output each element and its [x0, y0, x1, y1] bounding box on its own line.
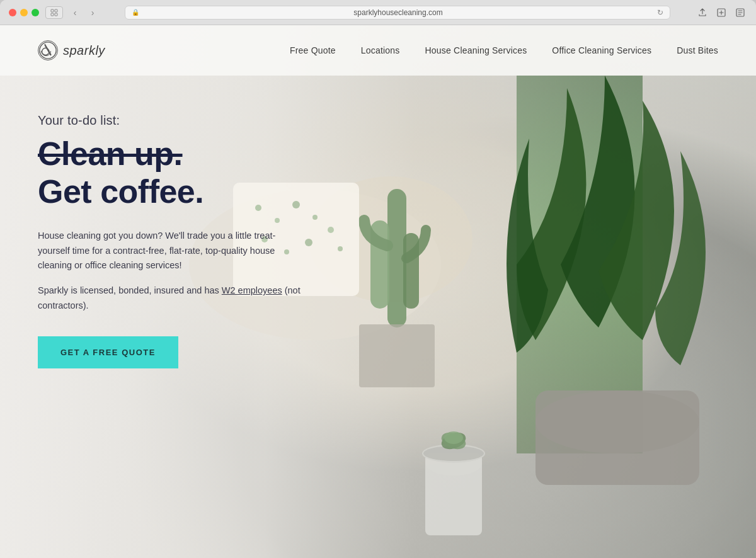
lock-icon: 🔒 [132, 9, 139, 16]
maximize-button[interactable] [32, 9, 39, 16]
svg-point-31 [40, 42, 56, 59]
hero-section: Your to-do list: Clean up. Get coffee. H… [0, 76, 346, 368]
svg-point-33 [42, 48, 49, 55]
refresh-button[interactable]: ↻ [657, 8, 663, 17]
new-tab-button[interactable] [714, 6, 728, 20]
nav-free-quote[interactable]: Free Quote [290, 45, 336, 55]
website-content: sparkly Free Quote Locations House Clean… [0, 25, 756, 558]
hero-description-w2: W2 employees [222, 285, 282, 295]
address-bar[interactable]: 🔒 sparklyhousecleaning.com ↻ [125, 6, 670, 20]
share-button[interactable] [696, 6, 709, 20]
nav-links: Free Quote Locations House Cleaning Serv… [290, 45, 718, 55]
svg-line-32 [45, 45, 50, 55]
logo-text: sparkly [63, 43, 105, 58]
forward-button[interactable]: › [86, 6, 100, 20]
window-grid-button[interactable] [45, 6, 63, 19]
minimize-button[interactable] [20, 9, 28, 16]
hero-headline-container: Clean up. Get coffee. [38, 135, 309, 211]
svg-rect-3 [55, 13, 57, 16]
hero-tagline: Your to-do list: [38, 113, 309, 128]
svg-rect-1 [55, 9, 57, 12]
window-controls [45, 6, 63, 19]
cta-free-quote-button[interactable]: GET A FREE QUOTE [38, 336, 178, 368]
hero-description-2-text1: Sparkly is licensed, bonded, insured and… [38, 285, 222, 295]
hero-headline-strikethrough: Clean up. [38, 135, 309, 173]
browser-actions [696, 6, 747, 20]
nav-office-cleaning[interactable]: Office Cleaning Services [552, 45, 651, 55]
logo[interactable]: sparkly [38, 40, 105, 60]
nav-dust-bites[interactable]: Dust Bites [677, 45, 718, 55]
url-text: sparklyhousecleaning.com [143, 8, 653, 17]
hero-description-2: Sparkly is licensed, bonded, insured and… [38, 283, 302, 314]
svg-rect-0 [51, 9, 54, 12]
close-button[interactable] [9, 9, 16, 16]
hero-headline-main: Get coffee. [38, 173, 309, 211]
nav-locations[interactable]: Locations [361, 45, 400, 55]
hero-description-1: House cleaning got you down? We'll trade… [38, 229, 302, 274]
traffic-lights [9, 9, 39, 16]
svg-rect-2 [51, 13, 54, 16]
reading-list-button[interactable] [733, 6, 747, 20]
nav-house-cleaning[interactable]: House Cleaning Services [425, 45, 527, 55]
back-button[interactable]: ‹ [68, 6, 82, 20]
navbar: sparkly Free Quote Locations House Clean… [0, 25, 756, 76]
logo-icon [38, 40, 58, 60]
browser-chrome: ‹ › 🔒 sparklyhousecleaning.com ↻ [0, 0, 756, 25]
browser-titlebar: ‹ › 🔒 sparklyhousecleaning.com ↻ [0, 0, 756, 25]
browser-nav: ‹ › [68, 6, 100, 20]
